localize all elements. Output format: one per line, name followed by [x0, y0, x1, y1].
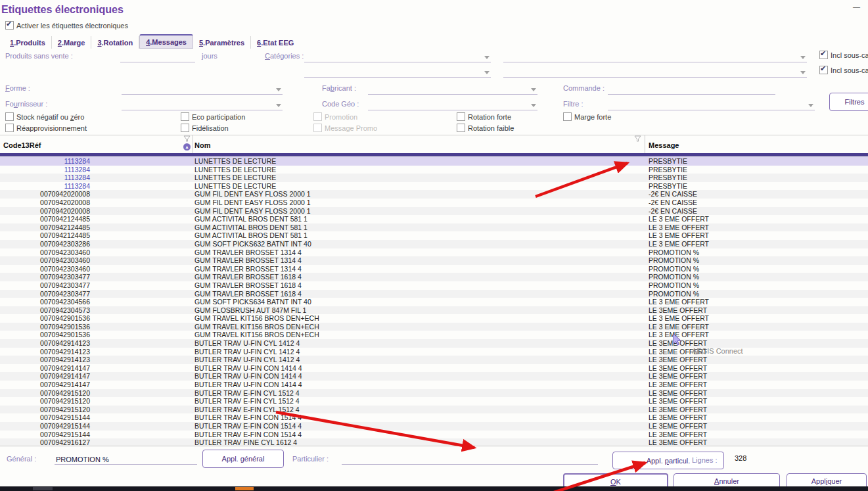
cell-message: PROMOTION % — [649, 265, 699, 273]
cell-nom: GUM TRAVLER BROSSET 1314 4 — [194, 265, 302, 273]
table-row[interactable]: 0070942914123BUTLER TRAV U-FIN CYL 1412 … — [0, 356, 868, 364]
categorie-select-2[interactable] — [304, 66, 491, 78]
table-row[interactable]: 0070942020008GUM FIL DENT EASY FLOSS 200… — [0, 190, 868, 199]
reapprovisionnement-checkbox[interactable]: Réapprovisionnement — [5, 124, 87, 132]
table-row[interactable]: 0070942303477GUM TRAVLER BROSSET 1618 4P… — [0, 281, 868, 290]
table-row[interactable]: 0070942915144BUTLER TRAV E-FIN CON 1514 … — [0, 413, 868, 422]
rotation-faible-checkbox[interactable]: Rotation faible — [457, 124, 514, 132]
incl-sous-categ-checkbox-1[interactable]: Incl sous-catég — [819, 51, 868, 59]
fidelisation-checkbox[interactable]: Fidélisation — [181, 124, 229, 132]
table-row[interactable]: 0070942914147BUTLER TRAV U-FIN CON 1414 … — [0, 364, 868, 373]
cell-code13ref: 0070942915144 — [0, 422, 90, 431]
eco-participation-checkbox[interactable]: Eco participation — [181, 112, 245, 121]
chevron-down-icon — [531, 104, 536, 107]
tab-etat-eeg[interactable]: 6.Etat EEG — [251, 36, 300, 49]
checkbox-icon — [819, 51, 828, 59]
enable-electronic-labels-checkbox[interactable]: Activer les étiquettes électroniques — [5, 21, 128, 30]
cell-code13ref: 0070942915120 — [0, 406, 90, 414]
table-row[interactable]: 0070942901536GUM TRAVEL KIT156 BROS DEN+… — [0, 331, 868, 339]
tab-paramètres[interactable]: 5.Paramètres — [193, 36, 251, 49]
table-row[interactable]: 1113284LUNETTES DE LECTUREPRESBYTIE — [0, 166, 868, 174]
code-geo-select[interactable] — [368, 99, 537, 110]
table-row[interactable]: 0070942304566GUM SOFT PICKS634 BATNT INT… — [0, 298, 868, 306]
table-row[interactable]: 1113284LUNETTES DE LECTUREPRESBYTIE — [0, 174, 868, 182]
table-row[interactable]: 0070942303477GUM TRAVLER BROSSET 1618 4P… — [0, 290, 868, 298]
appl-general-button[interactable]: Appl. général — [202, 450, 284, 468]
table-row[interactable]: 0070942303460GUM TRAVLER BROSSET 1314 4P… — [0, 248, 868, 257]
cell-code13ref: 0070942304566 — [0, 298, 90, 306]
header-divider — [0, 153, 868, 156]
table-row[interactable]: 0070942124485GUM ACTIVITAL BROS DENT 581… — [0, 223, 868, 232]
filter-funnel-icon[interactable] — [183, 135, 191, 142]
cell-nom: GUM FIL DENT EASY FLOSS 2000 1 — [194, 199, 311, 207]
page-title: Etiquettes électroniques — [1, 4, 124, 16]
incl-sous-categ-checkbox-2[interactable]: Incl sous-catég — [819, 66, 868, 74]
table-row[interactable]: 0070942901536GUM TRAVEL KIT156 BROS DEN+… — [0, 314, 868, 323]
cell-code13ref: 1113284 — [0, 166, 90, 174]
sort-ascending-icon[interactable]: ▴ — [183, 143, 191, 151]
categorie-select-2b[interactable] — [503, 66, 807, 78]
table-row[interactable]: 0070942020008GUM FIL DENT EASY FLOSS 200… — [0, 199, 868, 207]
table-row[interactable]: 0070942915144BUTLER TRAV E-FIN CON 1514 … — [0, 422, 868, 431]
table-row[interactable]: 0070942304573GUM FLOSBRUSH AUT 847M FIL … — [0, 306, 868, 315]
cell-nom: GUM SOFT PICKS632 BATNT INT 40 — [194, 240, 311, 248]
table-row[interactable]: 0070942915120BUTLER TRAV E-FIN CYL 1512 … — [0, 397, 868, 406]
tab-marge[interactable]: 2.Marge — [52, 36, 92, 49]
table-row[interactable]: 0070942914123BUTLER TRAV U-FIN CYL 1412 … — [0, 339, 868, 348]
commande-input[interactable] — [608, 83, 775, 95]
general-input[interactable]: PROMOTION % — [55, 454, 197, 465]
tab-messages[interactable]: 4.Messages — [139, 34, 193, 49]
table-row[interactable]: 0070942901536GUM TRAVEL KIT156 BROS DEN+… — [0, 323, 868, 331]
table-row[interactable]: 1113284LUNETTES DE LECTUREPRESBYTIE — [0, 182, 868, 191]
forme-label: Forme : — [5, 84, 30, 92]
tab-rotation[interactable]: 3.Rotation — [91, 36, 139, 49]
table-row[interactable]: 0070942124485GUM ACTIVITAL BROS DENT 581… — [0, 231, 868, 240]
table-row[interactable]: 0070942303477GUM TRAVLER BROSSET 1618 4P… — [0, 273, 868, 281]
table-row[interactable]: 0070942915144BUTLER TRAV E-FIN CON 1514 … — [0, 431, 868, 439]
cell-nom: BUTLER TRAV U-FIN CON 1414 4 — [194, 364, 302, 373]
cell-nom: GUM ACTIVITAL BROS DENT 581 1 — [194, 215, 308, 223]
produits-sans-vente-input[interactable] — [120, 51, 195, 62]
cell-code13ref: 0070942915144 — [0, 413, 90, 422]
table-row[interactable]: 0070942915120BUTLER TRAV E-FIN CYL 1512 … — [0, 406, 868, 414]
particulier-label: Particulier : — [292, 455, 329, 463]
cell-code13ref: 0070942304573 — [0, 306, 90, 315]
cell-code13ref: 0070942901536 — [0, 323, 90, 331]
cell-message: LE 3EME OFFERT — [649, 438, 707, 445]
categorie-select-1[interactable] — [304, 51, 491, 62]
forme-select[interactable] — [122, 83, 283, 95]
cell-message: LE 3EME OFFERT — [649, 356, 707, 364]
cell-message: LE 3 EME OFFERT — [649, 314, 709, 323]
table-row[interactable]: 0070942303286GUM SOFT PICKS632 BATNT INT… — [0, 240, 868, 248]
cell-code13ref: 0070942901536 — [0, 331, 90, 339]
table-row[interactable]: 0070942914147BUTLER TRAV U-FIN CON 1414 … — [0, 381, 868, 389]
filtre-select[interactable] — [608, 99, 815, 110]
table-row[interactable]: 0070942020008GUM FIL DENT EASY FLOSS 200… — [0, 207, 868, 216]
categorie-select-1b[interactable] — [503, 51, 807, 62]
fournisseur-select[interactable] — [122, 99, 283, 110]
cell-code13ref: 0070942020008 — [0, 190, 90, 199]
table-row[interactable]: 1113284LUNETTES DE LECTUREPRESBYTIE — [0, 157, 868, 166]
column-header-message[interactable]: Message — [649, 141, 679, 149]
minimize-button[interactable]: — — [853, 3, 859, 11]
column-header-code13ref[interactable]: Code13Réf — [3, 141, 41, 149]
table-row[interactable]: 0070942915120BUTLER TRAV E-FIN CYL 1512 … — [0, 389, 868, 398]
table-row[interactable]: 0070942303460GUM TRAVLER BROSSET 1314 4P… — [0, 256, 868, 265]
cell-message: LE 3 EME OFFERT — [649, 215, 709, 223]
filtres-button[interactable]: Filtres — [829, 93, 868, 111]
cell-code13ref: 0070942303286 — [0, 240, 90, 248]
particulier-input[interactable] — [342, 454, 598, 465]
rotation-forte-checkbox[interactable]: Rotation forte — [457, 112, 511, 121]
stock-negatif-checkbox[interactable]: Stock négatif ou zéro — [5, 112, 84, 121]
fabricant-select[interactable] — [368, 83, 537, 95]
table-row[interactable]: 0070942303460GUM TRAVLER BROSSET 1314 4P… — [0, 265, 868, 273]
cell-code13ref: 0070942303460 — [0, 256, 90, 265]
table-row[interactable]: 0070942914147BUTLER TRAV U-FIN CON 1414 … — [0, 372, 868, 381]
column-header-nom[interactable]: Nom — [194, 141, 210, 149]
tab-produits[interactable]: 1.Produits — [4, 36, 52, 49]
table-row[interactable]: 0070942916127BUTLER TRAV FINE CYL 1612 4… — [0, 438, 868, 445]
table-row[interactable]: 0070942124485GUM ACTIVITAL BROS DENT 581… — [0, 215, 868, 223]
marge-forte-checkbox[interactable]: Marge forte — [563, 112, 611, 121]
cell-nom: GUM ACTIVITAL BROS DENT 581 1 — [194, 231, 308, 240]
filter-funnel-icon[interactable] — [634, 135, 641, 142]
